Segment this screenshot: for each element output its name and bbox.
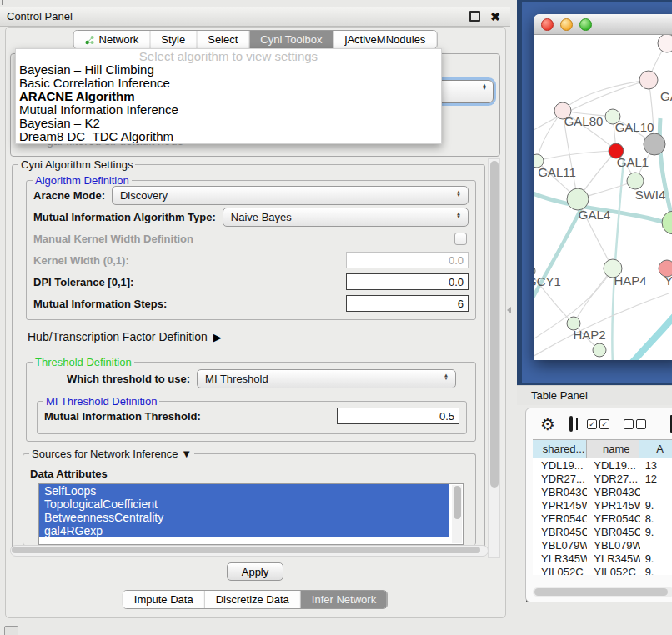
algorithm-item[interactable]: Mutual Information Inference [16, 103, 441, 117]
data-attributes-list[interactable]: SelfLoopsTopologicalCoefficientBetweenne… [38, 483, 464, 545]
table-row[interactable]: YDR27...YDR27...12 [533, 472, 672, 485]
table-panel-header: Table Panel [517, 385, 672, 405]
close-icon[interactable]: ✖ [490, 11, 500, 22]
mi-threshold-group: MI Threshold Definition Mutual Informati… [37, 401, 467, 434]
tab-discretize-data[interactable]: Discretize Data [205, 591, 301, 608]
network-node[interactable] [627, 172, 644, 189]
table-row[interactable]: YBR043CYBR043C [533, 485, 672, 498]
algorithm-item[interactable]: ARACNE Algorithm [16, 90, 441, 103]
deselect-all-icon[interactable] [624, 419, 646, 429]
columns-icon[interactable] [569, 416, 573, 432]
aracne-mode-select[interactable]: Discovery ▲▼ [112, 186, 469, 205]
algorithm-item[interactable]: Bayesian – K2 [16, 117, 441, 130]
apply-button[interactable]: Apply [227, 562, 284, 581]
group-title: Threshold Definition [33, 356, 134, 368]
table-row[interactable]: YBR045CYBR045C9. [533, 525, 672, 538]
tab-select[interactable]: Select [197, 31, 249, 48]
table-cell: YIL052C [587, 566, 639, 576]
tab-jactivemnodules[interactable]: jActiveMNodules [334, 31, 437, 48]
control-panel: Control Panel ✖ ▲▼ gal-filtered sif defa… [0, 7, 510, 623]
cyni-algorithm-settings-group: Cyni Algorithm Settings Algorithm Defini… [12, 164, 485, 551]
node-label: GAL10 [615, 120, 654, 134]
algorithm-item[interactable]: Bayesian – Hill Climbing [16, 63, 441, 77]
node-label: HAP4 [614, 273, 646, 288]
mi-steps-field[interactable]: 6 [346, 295, 469, 312]
network-node[interactable] [593, 343, 606, 357]
window-zoom-button[interactable] [579, 18, 592, 31]
table-cell: 8. [640, 512, 672, 525]
which-threshold-label: Which threshold to use: [67, 372, 190, 385]
node-label: GCY1 [534, 274, 561, 288]
cyni-bottom-tabs: Impute DataDiscretize DataInfer Network [123, 590, 388, 609]
float-icon[interactable] [469, 11, 480, 22]
attribute-item[interactable]: SelfLoops [39, 484, 449, 498]
collapsed-panel-icon[interactable] [4, 626, 18, 635]
mi-type-select[interactable]: Naive Bayes ▲▼ [223, 208, 469, 227]
attribute-item[interactable]: BetweennessCentrality [39, 511, 449, 524]
dpi-tolerance-field[interactable]: 0.0 [346, 273, 469, 290]
splitter-collapse-icon[interactable] [507, 307, 511, 313]
tab-impute-data[interactable]: Impute Data [123, 591, 205, 608]
column-header[interactable]: A [639, 440, 672, 458]
list-vertical-scrollbar[interactable] [452, 485, 462, 543]
network-node[interactable] [662, 211, 672, 234]
tab-cyni-toolbox[interactable]: Cyni Toolbox [249, 31, 333, 48]
gear-icon[interactable]: ⚙ [540, 416, 555, 432]
group-title: Sources for Network Inference ▼ [29, 448, 194, 460]
window-minimize-button[interactable] [560, 18, 573, 31]
window-close-button[interactable] [541, 18, 554, 31]
panel-title: Control Panel [0, 10, 469, 22]
dpi-tolerance-label: DPI Tolerance [0,1]: [33, 276, 133, 288]
attribute-item[interactable]: TopologicalCoefficient [39, 498, 449, 511]
attribute-item[interactable]: gal4RGexp [39, 524, 449, 538]
application-window: Control Panel ✖ ▲▼ gal-filtered sif defa… [0, 0, 672, 635]
table-cell: YBL079W [533, 539, 587, 552]
table-cell: YDR27... [587, 472, 639, 485]
node-label: GAL4 [579, 208, 610, 222]
select-all-icon[interactable]: ✓✓ [587, 419, 609, 429]
network-node[interactable] [644, 133, 665, 155]
table-row[interactable]: YIL052CYIL052C9. [533, 565, 672, 575]
network-view-region: GALGAL80GAL10GAL1GAL11SWI4GAL4GCY1HAP4YH… [517, 0, 672, 385]
hub-section-label: Hub/Transcription Factor Definition [28, 330, 208, 343]
table-row[interactable]: YBL079WYBL079W [533, 538, 672, 552]
algorithm-item[interactable]: Dream8 DC_TDC Algorithm [16, 130, 441, 143]
disclosure-right-icon[interactable]: ▶ [213, 331, 222, 343]
tab-label: Network [99, 33, 139, 46]
tab-label: Style [161, 33, 185, 46]
table-panel-title: Table Panel [517, 389, 588, 402]
which-threshold-select[interactable]: MI Threshold ▲▼ [197, 369, 456, 388]
hub-section[interactable]: Hub/Transcription Factor Definition ▶ [28, 325, 478, 348]
algorithm-item[interactable]: Basic Correlation Inference [16, 77, 441, 90]
algorithm-dropdown-popup: Select algorithm to view settings Bayesi… [15, 48, 442, 144]
table-cell: YBL079W [587, 539, 639, 552]
table-horizontal-scrollbar[interactable] [533, 588, 672, 597]
column-header[interactable]: name [587, 440, 639, 458]
top-edge-artifact [2, 0, 3, 5]
collapse-down-icon[interactable]: ▼ [181, 448, 192, 460]
table-row[interactable]: YPR145WYPR145W9. [533, 498, 672, 512]
network-labels-layer: GALGAL80GAL10GAL1GAL11SWI4GAL4GCY1HAP4YH… [534, 89, 672, 342]
kernel-width-label: Kernel Width (0,1): [33, 254, 129, 267]
tab-infer-network[interactable]: Infer Network [301, 591, 387, 608]
manual-kernel-checkbox[interactable] [454, 232, 467, 245]
mi-steps-label: Mutual Information Steps: [33, 298, 167, 310]
network-node[interactable] [658, 35, 672, 52]
tab-style[interactable]: Style [150, 31, 197, 48]
settings-vertical-scrollbar[interactable] [488, 158, 500, 558]
table-cell: YPR145W [587, 499, 639, 512]
table-cell: YDR27... [533, 472, 587, 485]
table-row[interactable]: YDL19...YDL19...13 [533, 458, 672, 472]
table-row[interactable]: YLR345WYLR345W9. [533, 552, 672, 565]
column-header[interactable]: shared... [533, 440, 587, 458]
tab-network[interactable]: Network [74, 31, 151, 48]
table-cell: 12 [640, 472, 672, 485]
mi-threshold-field[interactable]: 0.5 [337, 408, 459, 424]
network-node[interactable] [639, 71, 658, 89]
table-cell: 9. [640, 499, 672, 512]
node-label: GAL11 [538, 165, 576, 179]
network-canvas[interactable]: GALGAL80GAL10GAL1GAL11SWI4GAL4GCY1HAP4YH… [534, 35, 672, 360]
settings-horizontal-scrollbar[interactable] [10, 545, 489, 557]
table-row[interactable]: YER054CYER054C8. [533, 512, 672, 525]
network-window[interactable]: GALGAL80GAL10GAL1GAL11SWI4GAL4GCY1HAP4YH… [534, 14, 672, 360]
